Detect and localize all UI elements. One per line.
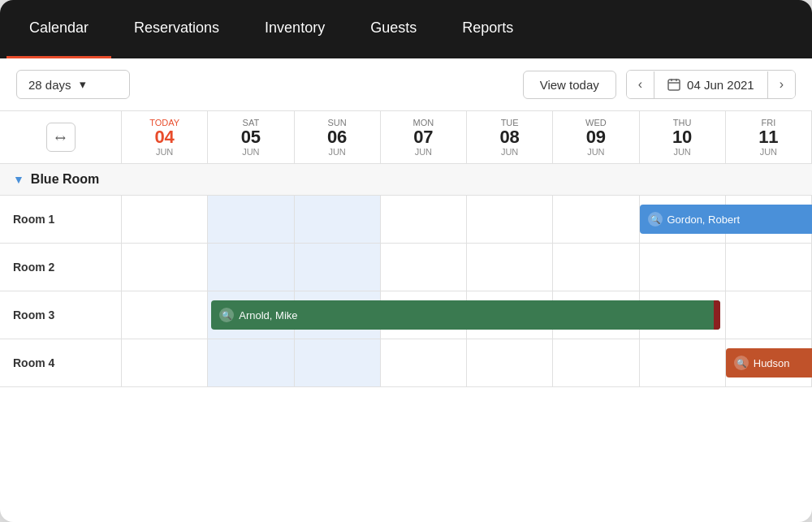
booking-arnold[interactable]: 🔍Arnold, Mike [211, 300, 719, 330]
room-1-cell-4[interactable] [467, 244, 553, 291]
table-row: Room 1🔍Gordon, Robert [0, 196, 812, 244]
next-date-button[interactable]: › [768, 71, 795, 98]
room-0-cell-2[interactable] [295, 196, 381, 243]
room-3-cell-1[interactable] [208, 339, 294, 386]
expand-icon: ⤢ [51, 128, 70, 147]
room-1-cell-2[interactable] [295, 244, 381, 291]
header-day-4: TUE 08 JUN [467, 111, 553, 163]
header-day-2: SUN 06 JUN [295, 111, 381, 163]
room-2-cell-7[interactable] [726, 291, 812, 339]
room-0-cell-4[interactable] [467, 196, 553, 243]
room-0-cell-1[interactable] [208, 196, 294, 243]
room-0-cell-0[interactable] [122, 196, 208, 243]
group-label: Blue Room [31, 172, 99, 187]
table-row: Room 3🔍Arnold, Mike [0, 291, 812, 339]
svg-rect-0 [668, 80, 680, 90]
nav-guests[interactable]: Guests [348, 0, 439, 58]
group-row-blue-room: ▼ Blue Room [0, 164, 812, 196]
room-0-cell-3[interactable] [381, 196, 467, 243]
header-corner: ⤢ [0, 111, 122, 163]
nav-reports[interactable]: Reports [439, 0, 536, 58]
room-label-1: Room 2 [0, 244, 122, 291]
date-navigator: ‹ 04 Jun 2021 › [626, 70, 796, 99]
search-icon: 🔍 [648, 212, 663, 226]
header-day-0: TODAY 04 JUN [122, 111, 208, 163]
room-label-3: Room 4 [0, 339, 122, 386]
prev-date-button[interactable]: ‹ [627, 71, 654, 98]
search-icon: 🔍 [219, 308, 234, 322]
date-label[interactable]: 04 Jun 2021 [654, 71, 768, 98]
group-collapse-icon[interactable]: ▼ [13, 173, 24, 186]
nav-reservations[interactable]: Reservations [111, 0, 242, 58]
booking-gordon[interactable]: 🔍Gordon, Robert [640, 205, 813, 234]
days-dropdown[interactable]: 28 days ▾ [16, 70, 130, 99]
room-label-2: Room 3 [0, 291, 122, 339]
calendar-icon [667, 78, 680, 91]
search-icon: 🔍 [734, 356, 749, 370]
room-2-cell-0[interactable] [122, 291, 208, 339]
room-1-cell-5[interactable] [553, 244, 639, 291]
expand-button[interactable]: ⤢ [46, 123, 76, 152]
booking-hudson[interactable]: 🔍Hudson [726, 348, 812, 377]
toolbar: 28 days ▾ View today ‹ 04 Jun 2021 › [0, 58, 812, 111]
room-3-cell-7[interactable]: 🔍Hudson [726, 339, 812, 386]
room-1-cell-3[interactable] [381, 244, 467, 291]
room-3-cell-2[interactable] [295, 339, 381, 386]
table-row: Room 4🔍Hudson [0, 339, 812, 387]
room-1-cell-7[interactable] [726, 244, 812, 291]
room-3-cell-4[interactable] [467, 339, 553, 386]
calendar-area: ⤢ TODAY 04 JUN SAT 05 JUN SUN 06 JUN MON… [0, 111, 812, 522]
room-3-cell-5[interactable] [553, 339, 639, 386]
room-3-cell-6[interactable] [640, 339, 726, 386]
header-day-5: WED 09 JUN [553, 111, 639, 163]
room-0-cell-6[interactable]: 🔍Gordon, Robert [640, 196, 726, 243]
app-window: Calendar Reservations Inventory Guests R… [0, 0, 812, 522]
room-1-cell-6[interactable] [640, 244, 726, 291]
view-today-button[interactable]: View today [523, 71, 616, 99]
room-3-cell-3[interactable] [381, 339, 467, 386]
header-day-7: FRI 11 JUN [726, 111, 812, 163]
nav-calendar[interactable]: Calendar [6, 0, 111, 58]
room-0-cell-5[interactable] [553, 196, 639, 243]
room-3-cell-0[interactable] [122, 339, 208, 386]
booking-end-marker [714, 300, 720, 330]
header-day-3: MON 07 JUN [381, 111, 467, 163]
header-day-1: SAT 05 JUN [208, 111, 294, 163]
room-1-cell-1[interactable] [208, 244, 294, 291]
chevron-down-icon: ▾ [80, 77, 86, 92]
nav-bar: Calendar Reservations Inventory Guests R… [0, 0, 812, 58]
rooms-area: Room 1🔍Gordon, RobertRoom 2Room 3🔍Arnold… [0, 196, 812, 522]
nav-inventory[interactable]: Inventory [242, 0, 348, 58]
room-1-cell-0[interactable] [122, 244, 208, 291]
room-2-cell-1[interactable]: 🔍Arnold, Mike [208, 291, 294, 339]
room-label-0: Room 1 [0, 196, 122, 243]
table-row: Room 2 [0, 244, 812, 291]
calendar-header: ⤢ TODAY 04 JUN SAT 05 JUN SUN 06 JUN MON… [0, 111, 812, 164]
header-day-6: THU 10 JUN [640, 111, 726, 163]
